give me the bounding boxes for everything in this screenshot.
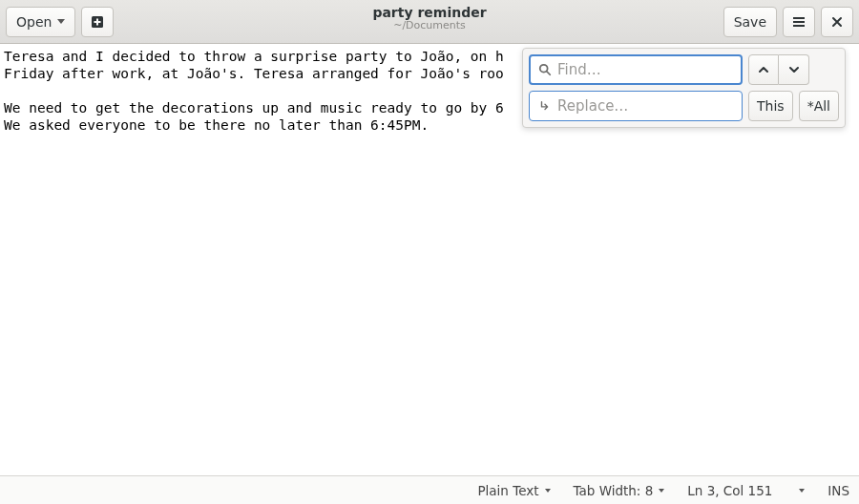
replace-input[interactable]: Replace… (529, 91, 743, 121)
save-button-label: Save (734, 14, 766, 30)
replace-placeholder: Replace… (557, 97, 628, 115)
replace-all-label: *All (807, 98, 830, 114)
close-window-button[interactable] (821, 7, 853, 37)
chevron-down-icon (659, 489, 664, 493)
replace-all-button[interactable]: *All (799, 91, 839, 121)
headerbar: Open party reminder ~/Documents Save (0, 0, 859, 44)
headerbar-left: Open (6, 7, 114, 37)
replace-this-label: This (757, 98, 785, 114)
search-icon (538, 63, 552, 76)
svg-line-7 (547, 72, 551, 75)
replace-row: Replace… This *All (529, 91, 839, 121)
replace-this-button[interactable]: This (748, 91, 793, 121)
find-input[interactable]: Find… (529, 54, 743, 85)
svg-rect-5 (793, 25, 805, 27)
find-replace-popover: Find… Replace… This *All (522, 48, 846, 128)
find-nav-buttons (748, 54, 809, 85)
replace-arrow-icon (538, 99, 552, 113)
headerbar-right: Save (723, 7, 853, 37)
open-button[interactable]: Open (6, 7, 75, 37)
find-placeholder: Find… (557, 61, 601, 78)
chevron-up-icon (758, 64, 769, 75)
chevron-down-icon (545, 489, 551, 493)
new-document-icon (90, 14, 105, 30)
find-prev-button[interactable] (748, 54, 779, 85)
statusbar: Plain Text Tab Width: 8 Ln 3, Col 151 IN… (0, 475, 859, 504)
status-tab-width[interactable]: Tab Width: 8 (574, 483, 665, 498)
status-insert-label: INS (828, 483, 849, 498)
status-insert-mode[interactable]: INS (828, 483, 849, 498)
find-next-button[interactable] (779, 54, 809, 85)
open-button-label: Open (16, 14, 52, 30)
chevron-down-icon (788, 64, 800, 75)
chevron-down-icon (57, 19, 65, 24)
svg-rect-3 (793, 17, 805, 19)
close-icon (831, 16, 843, 28)
new-tab-button[interactable] (81, 7, 114, 37)
status-language-label: Plain Text (477, 483, 538, 498)
status-tab-width-label: Tab Width: 8 (574, 483, 654, 498)
save-button[interactable]: Save (723, 7, 777, 37)
svg-rect-2 (94, 21, 101, 23)
status-cursor-label: Ln 3, Col 151 (687, 483, 772, 498)
svg-rect-4 (793, 21, 805, 23)
hamburger-menu-button[interactable] (783, 7, 815, 37)
status-language[interactable]: Plain Text (477, 483, 550, 498)
status-cursor-position[interactable]: Ln 3, Col 151 (687, 483, 805, 498)
chevron-down-icon (799, 489, 805, 493)
find-row: Find… (529, 54, 839, 85)
hamburger-icon (792, 15, 806, 29)
